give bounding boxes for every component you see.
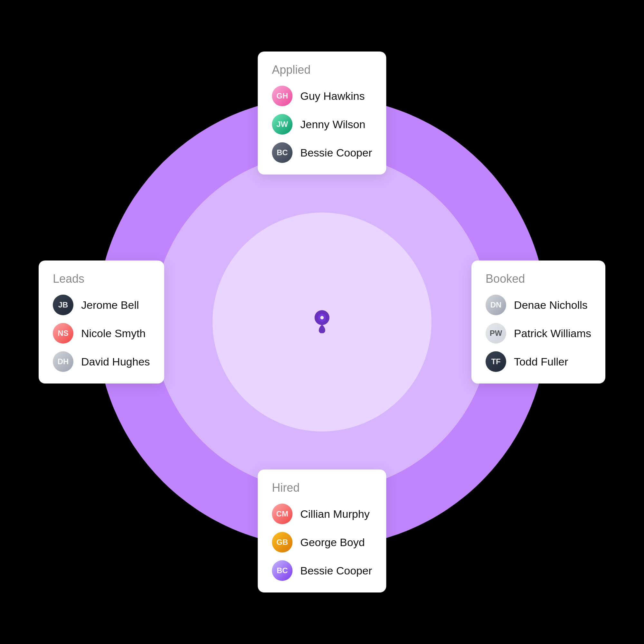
list-item: JB Jerome Bell xyxy=(53,295,150,315)
person-name: Todd Fuller xyxy=(514,355,568,368)
list-item: TF Todd Fuller xyxy=(486,351,591,372)
person-name: Bessie Cooper xyxy=(300,564,372,577)
avatar: BC xyxy=(272,142,292,163)
list-item: DN Denae Nicholls xyxy=(486,295,591,315)
center-logo xyxy=(309,308,335,336)
booked-title: Booked xyxy=(486,272,591,286)
card-hired: Hired CM Cillian Murphy GB George Boyd B… xyxy=(258,469,386,592)
avatar: CM xyxy=(272,504,292,524)
list-item: CM Cillian Murphy xyxy=(272,504,372,524)
svg-point-2 xyxy=(320,316,324,319)
avatar: BC xyxy=(272,560,292,581)
person-name: Cillian Murphy xyxy=(300,508,369,520)
person-name: David Hughes xyxy=(81,355,150,368)
list-item: BC Bessie Cooper xyxy=(272,560,372,581)
avatar: GB xyxy=(272,532,292,553)
person-name: Patrick Williams xyxy=(514,327,591,340)
avatar: PW xyxy=(486,323,506,344)
avatar: NS xyxy=(53,323,73,344)
person-name: Bessie Cooper xyxy=(300,147,372,159)
list-item: DH David Hughes xyxy=(53,351,150,372)
avatar: DN xyxy=(486,295,506,315)
person-name: Denae Nicholls xyxy=(514,299,588,311)
avatar: DH xyxy=(53,351,73,372)
main-scene: Applied GH Guy Hawkins JW Jenny Wilson B… xyxy=(32,32,612,612)
card-leads: Leads JB Jerome Bell NS Nicole Smyth DH … xyxy=(39,260,164,384)
person-name: George Boyd xyxy=(300,536,365,549)
person-name: Jenny Wilson xyxy=(300,118,365,131)
avatar: JB xyxy=(53,295,73,315)
avatar: GH xyxy=(272,86,292,106)
list-item: GH Guy Hawkins xyxy=(272,86,372,106)
leads-title: Leads xyxy=(53,272,150,286)
avatar: TF xyxy=(486,351,506,372)
list-item: PW Patrick Williams xyxy=(486,323,591,344)
card-booked: Booked DN Denae Nicholls PW Patrick Will… xyxy=(471,260,605,384)
person-name: Jerome Bell xyxy=(81,299,139,311)
list-item: BC Bessie Cooper xyxy=(272,142,372,163)
applied-title: Applied xyxy=(272,63,372,77)
person-name: Nicole Smyth xyxy=(81,327,146,340)
list-item: JW Jenny Wilson xyxy=(272,114,372,135)
list-item: GB George Boyd xyxy=(272,532,372,553)
avatar: JW xyxy=(272,114,292,135)
person-name: Guy Hawkins xyxy=(300,90,365,102)
list-item: NS Nicole Smyth xyxy=(53,323,150,344)
hired-title: Hired xyxy=(272,481,372,495)
card-applied: Applied GH Guy Hawkins JW Jenny Wilson B… xyxy=(258,52,386,175)
